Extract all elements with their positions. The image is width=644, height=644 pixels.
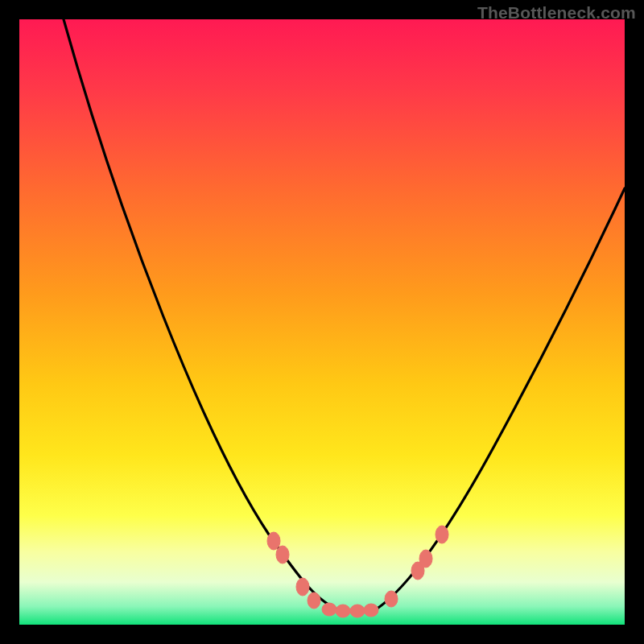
- bottleneck-curves: [19, 19, 625, 625]
- plot-area: [19, 19, 625, 625]
- marker-trough-3: [350, 605, 365, 617]
- marker-right-3: [419, 550, 432, 568]
- marker-trough-4: [364, 604, 378, 617]
- curve-left: [64, 19, 341, 611]
- chart-frame: TheBottleneck.com: [0, 0, 644, 644]
- marker-trough-1: [322, 603, 336, 616]
- marker-left-4: [308, 592, 320, 609]
- marker-left-2: [276, 546, 289, 564]
- curve-right: [374, 188, 625, 611]
- marker-left-1: [267, 532, 280, 550]
- marker-left-3: [296, 578, 309, 596]
- marker-right-4: [436, 526, 448, 543]
- marker-trough-2: [336, 605, 350, 617]
- watermark-text: TheBottleneck.com: [477, 3, 636, 23]
- marker-right-1: [385, 591, 398, 607]
